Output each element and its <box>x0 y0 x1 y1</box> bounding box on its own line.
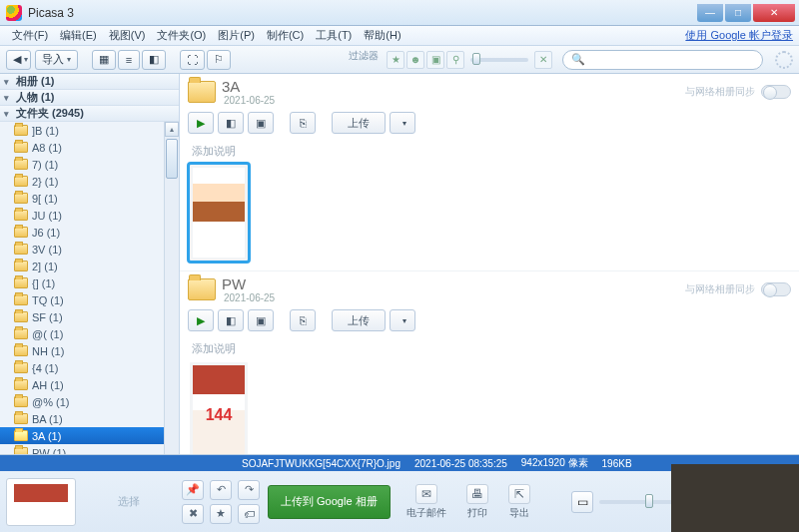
minimize-button[interactable]: — <box>697 4 723 22</box>
folder-item[interactable]: PW (1) <box>0 444 164 454</box>
thumbnail[interactable] <box>190 165 248 261</box>
folder-item[interactable]: 2} (1) <box>0 173 164 190</box>
import-button[interactable]: 导入▾ <box>35 50 78 70</box>
album-description-input[interactable]: 添加说明 <box>192 144 791 159</box>
folder-label: 9[ (1) <box>32 193 58 205</box>
folder-icon <box>14 311 28 322</box>
sidebar-section-albums[interactable]: ▾相册 (1) <box>0 74 179 90</box>
menu-file[interactable]: 文件(F) <box>6 26 54 45</box>
folder-item[interactable]: AH (1) <box>0 376 164 393</box>
filter-face-button[interactable]: ☻ <box>406 51 424 69</box>
google-login-link[interactable]: 使用 Google 帐户登录 <box>685 28 793 43</box>
menubar: 文件(F) 编辑(E) 视图(V) 文件夹(O) 图片(P) 制作(C) 工具(… <box>0 26 799 46</box>
search-input[interactable]: 🔍 <box>562 50 763 70</box>
menu-edit[interactable]: 编辑(E) <box>54 26 103 45</box>
create-collage-button[interactable]: ◧ <box>218 112 244 134</box>
content: 3A 2021-06-25 与网络相册同步 ▶ ◧ ▣ ⎘ 上传 ▾ 添加说明 <box>180 74 799 454</box>
folder-item[interactable]: {] (1) <box>0 274 164 291</box>
zoom-fit-button[interactable]: ▭ <box>571 491 593 513</box>
export-button[interactable]: ⇱导出 <box>508 484 530 520</box>
folder-item[interactable]: @( (1) <box>0 325 164 342</box>
upload-dropdown-button[interactable]: ▾ <box>390 112 415 134</box>
back-button[interactable]: ◀▾ <box>6 50 31 70</box>
folder-item[interactable]: 3A (1) <box>0 427 164 444</box>
tag-button[interactable]: 🏷 <box>238 504 260 524</box>
rotate-ccw-button[interactable]: ↶ <box>210 480 232 500</box>
view-timeline-button[interactable]: ◧ <box>142 50 166 70</box>
print-button[interactable]: 🖶打印 <box>466 484 488 520</box>
thumbnail[interactable]: 144 <box>190 362 248 454</box>
filter-star-button[interactable]: ★ <box>387 51 404 69</box>
filter-geo-button[interactable]: ⚲ <box>446 51 464 69</box>
folder-item[interactable]: 3V (1) <box>0 241 164 258</box>
folder-item[interactable]: {4 (1) <box>0 359 164 376</box>
folder-item[interactable]: TQ (1) <box>0 291 164 308</box>
album-title[interactable]: 3A <box>222 78 275 95</box>
create-movie-button[interactable]: ▣ <box>248 112 274 134</box>
album-date: 2021-06-25 <box>224 95 275 106</box>
menu-create[interactable]: 制作(C) <box>261 26 310 45</box>
folder-item[interactable]: NH (1) <box>0 342 164 359</box>
folder-item[interactable]: ]B (1) <box>0 122 164 139</box>
folder-item[interactable]: 2] (1) <box>0 258 164 274</box>
folder-item[interactable]: BA (1) <box>0 410 164 427</box>
folder-item[interactable]: @% (1) <box>0 393 164 410</box>
folder-icon <box>14 277 28 288</box>
star-button[interactable]: ★ <box>210 504 232 524</box>
close-button[interactable]: ✕ <box>753 4 795 22</box>
view-list-button[interactable]: ≡ <box>118 50 140 70</box>
folder-item[interactable]: 7) (1) <box>0 156 164 173</box>
view-people-button[interactable]: ⛶ <box>180 50 205 70</box>
folder-label: 3A (1) <box>32 430 61 442</box>
menu-view[interactable]: 视图(V) <box>103 26 152 45</box>
folder-icon <box>14 142 28 153</box>
menu-help[interactable]: 帮助(H) <box>358 26 406 45</box>
menu-picture[interactable]: 图片(P) <box>212 26 261 45</box>
folder-icon <box>14 193 28 204</box>
email-button[interactable]: ✉电子邮件 <box>406 484 446 520</box>
scroll-thumb[interactable] <box>166 139 178 179</box>
sync-toggle[interactable] <box>761 85 791 99</box>
folder-item[interactable]: 9[ (1) <box>0 190 164 207</box>
view-thumb-button[interactable]: ▦ <box>92 50 116 70</box>
upload-dropdown-button[interactable]: ▾ <box>390 309 415 331</box>
upload-button[interactable]: 上传 <box>332 112 386 134</box>
folder-label: 7) (1) <box>32 159 58 171</box>
share-button[interactable]: ⎘ <box>290 112 316 134</box>
upload-button[interactable]: 上传 <box>332 309 386 331</box>
sidebar-section-folders[interactable]: ▾文件夹 (2945) <box>0 106 179 122</box>
folder-item[interactable]: A8 (1) <box>0 139 164 156</box>
clear-tray-button[interactable]: ✖ <box>182 504 204 524</box>
album-title[interactable]: PW <box>222 275 275 292</box>
create-movie-button[interactable]: ▣ <box>248 309 274 331</box>
scroll-up-button[interactable]: ▴ <box>165 122 179 137</box>
filters-label: 过滤器 <box>349 48 379 63</box>
upload-google-button[interactable]: 上传到 Google 相册 <box>268 485 391 519</box>
folder-label: 2] (1) <box>32 261 58 272</box>
sidebar-section-people[interactable]: ▾人物 (1) <box>0 90 179 106</box>
filter-date-slider[interactable] <box>470 58 528 62</box>
folder-icon <box>14 413 28 424</box>
menu-folder[interactable]: 文件夹(O) <box>151 26 212 45</box>
sidebar-scrollbar[interactable]: ▴ ▾ <box>164 122 179 454</box>
play-slideshow-button[interactable]: ▶ <box>188 309 214 331</box>
folder-item[interactable]: J6 (1) <box>0 224 164 241</box>
create-collage-button[interactable]: ◧ <box>218 309 244 331</box>
maximize-button[interactable]: □ <box>725 4 751 22</box>
folder-item[interactable]: JU (1) <box>0 207 164 224</box>
play-slideshow-button[interactable]: ▶ <box>188 112 214 134</box>
rotate-cw-button[interactable]: ↷ <box>238 480 260 500</box>
folder-label: A8 (1) <box>32 142 62 154</box>
view-map-button[interactable]: ⚐ <box>207 50 231 70</box>
filter-clear-button[interactable]: ✕ <box>534 51 552 69</box>
album-toolbar: ▶ ◧ ▣ ⎘ 上传 ▾ <box>188 309 791 331</box>
info-dimensions: 942x1920 <box>521 457 565 468</box>
photo-tray[interactable] <box>6 478 76 526</box>
hold-button[interactable]: 📌 <box>182 480 204 500</box>
share-button[interactable]: ⎘ <box>290 309 316 331</box>
folder-item[interactable]: SF (1) <box>0 308 164 325</box>
album-description-input[interactable]: 添加说明 <box>192 341 791 356</box>
filter-movie-button[interactable]: ▣ <box>426 51 444 69</box>
sync-toggle[interactable] <box>761 282 791 296</box>
menu-tools[interactable]: 工具(T) <box>310 26 358 45</box>
